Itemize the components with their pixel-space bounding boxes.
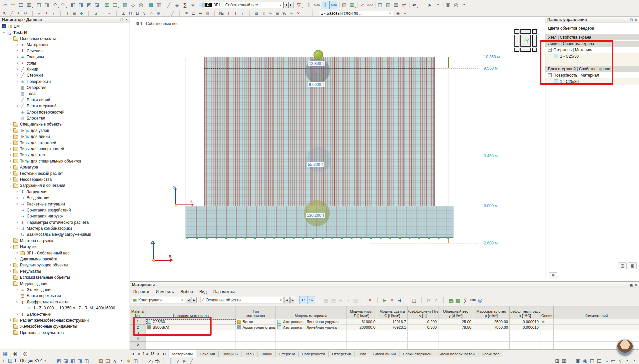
unit-weight-cell[interactable] xyxy=(438,336,473,342)
tree-item[interactable]: ▧ Тела xyxy=(0,91,129,97)
tree-expander[interactable] xyxy=(8,282,13,285)
tree-expander[interactable] xyxy=(15,43,20,47)
tree-item[interactable]: Загружения и сочетания xyxy=(0,182,129,188)
grid-snap-icon[interactable]: ⊞ xyxy=(71,10,78,16)
solid-display-icon[interactable]: ▧ xyxy=(340,1,348,9)
visibility-icon[interactable]: ◉ xyxy=(394,10,401,16)
table-tab[interactable]: Толщины xyxy=(218,351,242,358)
material-model-cell[interactable]: Изотропная | Линейная упругая xyxy=(276,325,346,330)
split-icon[interactable]: ◫ xyxy=(260,10,267,16)
tree-item[interactable]: ▧ Блоки тел xyxy=(0,115,129,121)
column-header[interactable]: Комментарий xyxy=(554,306,639,319)
copy-icon[interactable]: ◨ xyxy=(43,1,51,9)
thermal-coefficient-cell[interactable]: 0.000010 xyxy=(510,325,540,330)
panels-icon[interactable]: ◫ xyxy=(589,358,596,364)
density-cell[interactable] xyxy=(473,336,510,342)
window-layout-1-icon[interactable]: ◧ xyxy=(69,1,77,9)
tree-item[interactable]: Типы для узлов xyxy=(0,128,129,134)
star-icon[interactable]: ∗ xyxy=(225,10,232,16)
tree-item[interactable]: Test.rf6 xyxy=(0,29,129,35)
tree-expander[interactable] xyxy=(8,153,13,157)
delete-row-icon[interactable]: × xyxy=(366,296,374,304)
tree-item[interactable]: ↧ Загружения xyxy=(0,189,129,195)
tree-item[interactable]: ∗ Параметры статического расчета xyxy=(0,219,129,225)
float-panel-icon[interactable]: ⊡ xyxy=(630,18,633,22)
line-pattern-3-icon[interactable]: ► xyxy=(181,358,188,364)
wireframe-mode-icon[interactable]: ▥ xyxy=(155,1,163,9)
swap-arrows-icon[interactable]: ⇄ xyxy=(400,1,408,9)
isometric-view-icon[interactable]: ◇ xyxy=(129,1,137,9)
next-record-button[interactable]: ▶ xyxy=(156,351,162,357)
tree-item[interactable]: ⇢ Сочетания нагрузок xyxy=(0,213,129,219)
rotate-icon[interactable]: ↺ xyxy=(22,10,29,16)
guideline-icon[interactable]: ╱ xyxy=(165,1,173,9)
e-modulus-cell[interactable] xyxy=(346,342,377,347)
table-tab[interactable]: Стержни xyxy=(276,351,299,358)
tree-item[interactable]: Мастера нагрузок xyxy=(0,238,129,244)
dock-panel-icon[interactable]: ◫ xyxy=(376,1,384,9)
add-red-icon[interactable]: + xyxy=(43,10,50,16)
tree-expander[interactable] xyxy=(15,312,20,316)
menu-item[interactable]: Перейти xyxy=(133,289,149,294)
material-type-cell[interactable]: Бетон xyxy=(236,319,276,325)
options-cell[interactable] xyxy=(540,330,554,336)
column-header[interactable]: Типматериала xyxy=(236,306,276,319)
jump-forward-icon[interactable]: ↷ xyxy=(307,296,315,304)
tree-item[interactable]: ◆ Поверхности xyxy=(0,79,129,85)
menu-item[interactable]: Изменить xyxy=(156,289,174,294)
tree-expander[interactable] xyxy=(15,220,20,224)
close-icon[interactable]: × xyxy=(635,283,637,287)
tree-item[interactable]: Специальные объекты xyxy=(0,121,129,127)
unit-weight-cell[interactable] xyxy=(438,342,473,347)
sum-icon[interactable]: ∑ xyxy=(181,1,189,9)
material-model-cell[interactable] xyxy=(276,342,346,347)
tree-expander[interactable] xyxy=(15,288,20,291)
wave-icon[interactable]: ∿ xyxy=(267,10,274,16)
unit-weight-cell[interactable]: 78.50 xyxy=(438,325,473,330)
align-top-icon[interactable]: ⊓ xyxy=(127,10,134,16)
row-number-cell[interactable]: 5 xyxy=(130,342,146,347)
nav-cube-edge[interactable] xyxy=(520,48,531,52)
comment-cell[interactable] xyxy=(554,319,639,325)
snap-corner-2-icon[interactable]: ◪ xyxy=(62,358,69,364)
nav-cube-corner[interactable] xyxy=(532,48,537,52)
more-select-icon[interactable]: ⋯ xyxy=(106,10,113,16)
align-cup-icon[interactable]: ⊔ xyxy=(134,10,141,16)
previous-object-button[interactable]: ◀ xyxy=(285,297,290,303)
eye-icon[interactable]: ◉ xyxy=(582,358,589,364)
tree-item[interactable]: Несовершенства xyxy=(0,177,129,182)
tree-item[interactable]: ╱ Блоки линий xyxy=(0,97,129,103)
poisson-cell[interactable]: 0.300 xyxy=(408,325,438,330)
table-edit-icon[interactable]: ▤ xyxy=(330,296,337,304)
object-snap-icon[interactable]: ◆ xyxy=(78,10,85,16)
add-icon[interactable]: + xyxy=(434,1,442,9)
add-object-icon[interactable]: + xyxy=(15,10,22,16)
tree-item[interactable]: Железобетонные фундаменты xyxy=(0,323,129,329)
tree-item[interactable]: Арматура xyxy=(0,164,129,170)
tree-expander[interactable] xyxy=(8,178,13,181)
grid-lines-icon[interactable]: ▤ xyxy=(104,358,111,364)
tree-expander[interactable] xyxy=(8,129,13,132)
more-options-icon[interactable]: ▾ xyxy=(460,1,468,9)
line-pattern-1-icon[interactable]: ║ xyxy=(167,358,174,364)
construction-combo[interactable]: ▦ Конструкция ∨ xyxy=(132,297,185,303)
jump-back-icon[interactable]: ↶ xyxy=(299,296,307,304)
column-header[interactable]: Модель материала xyxy=(276,306,346,319)
table-view-icon[interactable]: ▦ xyxy=(322,296,330,304)
unit-weight-cell[interactable]: 25.00 xyxy=(438,319,473,325)
result-table-icon[interactable]: ▦ xyxy=(348,1,356,9)
split-table-icon[interactable]: ◫ xyxy=(410,296,418,304)
thermal-coefficient-cell[interactable] xyxy=(510,330,540,336)
table-tab[interactable]: Отверстия xyxy=(328,351,354,358)
tree-item[interactable]: ▮ Балки-стенки xyxy=(0,311,129,317)
tree-item[interactable]: ЗГ1 - Собственный вес xyxy=(0,250,129,256)
close-icon[interactable]: × xyxy=(126,18,128,22)
table-tab[interactable]: Тела xyxy=(354,351,370,358)
table-color-icon[interactable]: ▩ xyxy=(454,296,462,304)
open-model-icon[interactable]: ▭ xyxy=(9,1,17,9)
tree-expander[interactable] xyxy=(15,251,20,255)
g-modulus-cell[interactable] xyxy=(377,330,408,336)
nav-cube-corner[interactable] xyxy=(514,29,519,34)
thermal-coefficient-cell[interactable] xyxy=(510,342,540,347)
redo-icon[interactable]: ↷ xyxy=(59,1,67,9)
